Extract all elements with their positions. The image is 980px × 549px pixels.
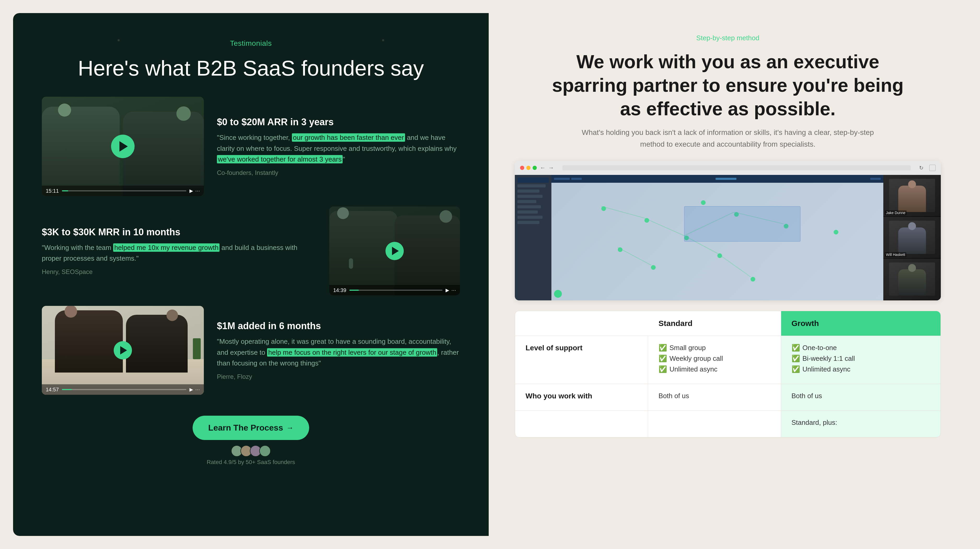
right-subtext: What's holding you back isn't a lack of … (571, 127, 885, 150)
progress-bar-1 (62, 190, 186, 191)
browser-dot-yellow (526, 166, 530, 170)
check-icon-5: ✅ (792, 355, 800, 363)
sidebar-bar-4 (517, 200, 536, 203)
check-icon-1: ✅ (659, 344, 667, 352)
sidebar-bar-2 (517, 189, 539, 193)
refresh-icon[interactable]: ↻ (919, 165, 924, 171)
check-label-6: Unlimited async (803, 365, 851, 373)
testimonials-grid: 15:11 ▶⋯ $0 to $20M ARR in 3 years "Sinc… (42, 97, 460, 405)
table-row-plus: Standard, plus: (515, 411, 940, 437)
td-growth-plus: Standard, plus: (781, 411, 941, 437)
check-both-std: Both of us (659, 392, 770, 400)
main-container: Testimonials Here's what B2B SaaS founde… (13, 13, 967, 536)
video-time-2: 14:39 (333, 287, 346, 293)
check-label-3: Unlimited async (670, 365, 718, 373)
browser-bar: ← → ↻ (515, 161, 941, 175)
video-thumb-3[interactable]: 14:57 ▶⋯ (42, 306, 204, 395)
check-label-plus: Standard, plus: (792, 419, 837, 426)
play-button-1[interactable] (111, 135, 135, 158)
browser-dot-red (520, 166, 524, 170)
video-time-1: 15:11 (46, 188, 59, 194)
nav-back[interactable]: ← (540, 164, 546, 171)
browser-mockup: ← → ↻ (515, 161, 941, 301)
play-button-2[interactable] (385, 242, 404, 260)
testimonial-row-1: 15:11 ▶⋯ $0 to $20M ARR in 3 years "Sinc… (42, 97, 460, 196)
svg-line-6 (718, 253, 751, 277)
check-standard-plus: Standard, plus: (792, 419, 930, 426)
testimonial-text-1: $0 to $20M ARR in 3 years "Since working… (217, 116, 460, 177)
progress-icons-1: ▶⋯ (189, 188, 200, 194)
check-label-both-growth: Both of us (792, 392, 822, 400)
progress-fill-2 (349, 290, 359, 291)
mini-video-face-1 (889, 179, 935, 212)
video-thumb-2[interactable]: 14:39 ▶⋯ (329, 207, 460, 295)
table-header: Standard Growth (515, 311, 940, 336)
check-label-1: Small group (670, 344, 706, 352)
th-growth: Growth (781, 311, 941, 336)
progress-fill-3 (62, 389, 72, 390)
sidebar-header-bar (517, 178, 549, 183)
td-standard-plus (648, 411, 781, 437)
testimonial-text-3: $1M added in 6 months "Mostly operating … (217, 320, 460, 380)
svg-line-5 (618, 247, 651, 265)
learn-process-button[interactable]: Learn The Process → (192, 416, 309, 440)
check-weekly-call: ✅ Weekly group call (659, 355, 770, 363)
top-bar-item-active (716, 178, 737, 180)
td-growth-support: ✅ One-to-one ✅ Bi-weekly 1:1 call ✅ Unli… (781, 336, 941, 384)
browser-dots (520, 166, 537, 170)
check-label-4: One-to-one (803, 344, 837, 352)
svg-line-0 (601, 206, 644, 218)
step-label: Step-by-step method (515, 34, 941, 42)
video-time-3: 14:57 (46, 387, 59, 393)
progress-bar-2 (349, 290, 442, 291)
progress-icons-2: ▶⋯ (445, 287, 456, 293)
check-label-both-std: Both of us (659, 392, 689, 400)
td-label-support: Level of support (515, 336, 648, 384)
td-label-who: Who you work with (515, 384, 648, 411)
cta-label: Learn The Process (208, 423, 283, 433)
user-avatar-canvas (554, 290, 562, 298)
highlight-3a: help me focus on the right levers for ou… (267, 348, 437, 356)
video-thumb-1[interactable]: 15:11 ▶⋯ (42, 97, 204, 196)
sidebar-bar-1 (517, 184, 546, 188)
testimonial-text-2: $3K to $30K MRR in 10 months "Working wi… (42, 227, 316, 275)
left-heading: Here's what B2B SaaS founders say (78, 56, 424, 81)
check-unlimited-async-growth: ✅ Unlimited async (792, 365, 930, 373)
progress-icons-3: ▶⋯ (189, 387, 200, 392)
browser-sidebar (515, 175, 551, 301)
nav-forward[interactable]: → (548, 164, 554, 171)
mini-video-2: Will Haskett (883, 217, 941, 259)
browser-expand[interactable] (929, 165, 935, 171)
play-button-3[interactable] (114, 341, 132, 360)
rating-avatars (231, 445, 271, 457)
browser-url-bar[interactable] (562, 165, 911, 170)
check-label-2: Weekly group call (670, 355, 723, 363)
cta-arrow: → (286, 424, 293, 432)
check-label-5: Bi-weekly 1:1 call (803, 355, 855, 363)
testimonial-quote-2: "Working with the team helped me 10x my … (42, 242, 316, 264)
comparison-table: Standard Growth Level of support ✅ Small… (515, 311, 941, 438)
right-heading: We work with you as an executive sparrin… (545, 50, 911, 121)
testimonial-author-3: Pierre, Flozy (217, 373, 460, 380)
canvas-area (551, 183, 883, 301)
sidebar-bar-3 (517, 195, 542, 198)
th-standard: Standard (648, 311, 781, 336)
sidebar-bar-7 (517, 216, 542, 219)
testimonial-title-3: $1M added in 6 months (217, 320, 460, 331)
td-label-plus (515, 411, 648, 437)
check-one-to-one: ✅ One-to-one (792, 344, 930, 352)
sidebar-bar-6 (517, 210, 538, 213)
selected-area (684, 206, 800, 242)
progress-bar-3 (62, 389, 186, 390)
testimonial-quote-1: "Since working together, our growth has … (217, 132, 460, 165)
testimonial-quote-3: "Mostly operating alone, it was great to… (217, 336, 460, 369)
testimonial-title-1: $0 to $20M ARR in 3 years (217, 116, 460, 127)
th-empty (515, 311, 648, 336)
cta-section: Learn The Process → Rated 4.9/5 by 50+ S… (192, 416, 309, 466)
decoration-dot-tl (118, 39, 120, 41)
left-panel: Testimonials Here's what B2B SaaS founde… (13, 13, 489, 536)
check-icon-3: ✅ (659, 365, 667, 373)
check-icon-6: ✅ (792, 365, 800, 373)
td-standard-who: Both of us (648, 384, 781, 411)
top-bar-item-3 (870, 178, 881, 180)
